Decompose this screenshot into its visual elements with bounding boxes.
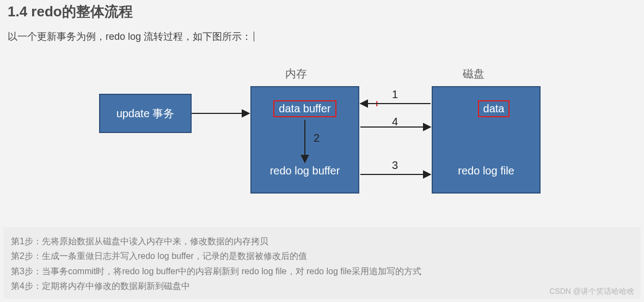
arrow-label-3: 3 (392, 159, 398, 172)
label-memory: 内存 (285, 67, 307, 81)
box-redo-log-file: redo log file (453, 164, 518, 178)
watermark: CSDN @讲个笑话哈哈啥 (549, 287, 634, 297)
intro-main: 以一个更新事务为例，redo log 流转过程，如下图所示： (8, 31, 252, 42)
box-disk-group: data redo log file (432, 86, 541, 194)
arrow-label-2: 2 (314, 132, 320, 144)
section-heading: 1.4 redo的整体流程 (0, 0, 644, 26)
box-data: data (478, 100, 510, 117)
step-2: 第2步：生成一条重做日志并写入redo log buffer，记录的是数据被修改… (11, 249, 633, 263)
text-cursor (254, 32, 254, 41)
box-redo-log-buffer: redo log buffer (266, 164, 345, 178)
label-disk: 磁盘 (463, 67, 484, 81)
step-4: 第4步：定期将内存中修改的数据刷新到磁盘中 (11, 279, 633, 293)
steps-panel: 第1步：先将原始数据从磁盘中读入内存中来，修改数据的内存拷贝 第2步：生成一条重… (3, 227, 641, 299)
box-update: update 事务 (99, 94, 192, 133)
arrow-label-1: 1 (392, 88, 398, 101)
diagram-area: 内存 磁盘 update 事务 data buffer redo log buf… (0, 65, 644, 207)
arrow-label-4: 4 (392, 116, 398, 128)
intro-text: 以一个更新事务为例，redo log 流转过程，如下图所示： (8, 30, 636, 43)
step-3: 第3步：当事务commit时，将redo log buffer中的内容刷新到 r… (11, 264, 633, 279)
red-plus-annotation: + (374, 98, 380, 110)
step-1: 第1步：先将原始数据从磁盘中读入内存中来，修改数据的内存拷贝 (11, 234, 633, 249)
box-memory-group: data buffer redo log buffer (250, 86, 359, 194)
box-data-buffer: data buffer (273, 100, 336, 117)
box-update-label: update 事务 (116, 106, 175, 121)
